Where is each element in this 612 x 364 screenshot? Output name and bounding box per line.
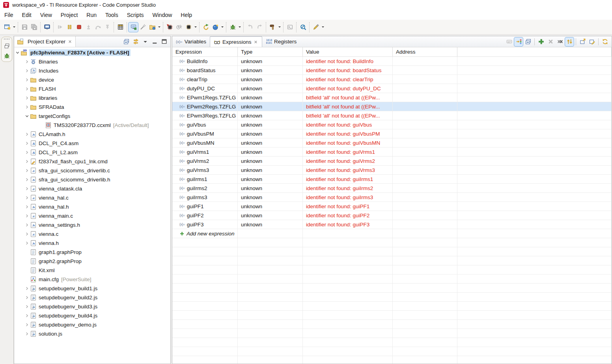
chevron-right-icon[interactable] [24, 231, 30, 237]
tab-registers[interactable]: 10100101Registers [262, 36, 300, 47]
auto-refresh-icon[interactable] [565, 37, 574, 46]
tree-item[interactable]: .hvienna.h [14, 239, 170, 248]
tree-item[interactable]: .cvienna_hal.c [14, 193, 170, 202]
expression-row[interactable]: (x)=EPwm1Regs.TZFLGunknownbitfield 'all'… [172, 93, 612, 102]
tree-item[interactable]: graph1.graphProp [14, 248, 170, 257]
tab-project-explorer[interactable]: Project Explorer [14, 36, 76, 47]
chevron-right-icon[interactable] [24, 104, 30, 110]
chevron-right-icon[interactable] [24, 331, 30, 337]
expression-row[interactable]: (x)=guiIrms2unknownidentifier not found:… [172, 184, 612, 193]
maximize-icon[interactable] [160, 37, 168, 46]
chevron-right-icon[interactable] [24, 168, 30, 174]
menu-help[interactable]: Help [176, 11, 196, 19]
view-menu-icon[interactable] [141, 37, 149, 46]
chevron-right-icon[interactable] [24, 295, 30, 301]
flash-tool-icon[interactable] [311, 22, 321, 32]
tree-item[interactable]: .cvienna_clatask.cla [14, 184, 170, 193]
tab-variables[interactable]: (x)=Variables [172, 36, 210, 47]
chevron-right-icon[interactable] [24, 95, 30, 101]
menu-scripts[interactable]: Scripts [123, 11, 148, 19]
auto-connect-icon[interactable] [138, 22, 147, 32]
tree-item[interactable]: .jssetupdebugenv_build2.js [14, 293, 170, 302]
close-icon[interactable] [253, 39, 258, 45]
expression-row[interactable]: (x)=guiVbusPMunknownidentifier not found… [172, 129, 612, 138]
chevron-right-icon[interactable] [24, 195, 30, 201]
expression-row[interactable]: (x)=dutyPU_DCunknownidentifier not found… [172, 84, 612, 93]
chevron-right-icon[interactable] [24, 159, 30, 165]
tree-item[interactable]: graph2.graphProp [14, 257, 170, 266]
chevron-right-icon[interactable] [24, 131, 30, 138]
expression-row[interactable]: (x)=guiPF1unknownidentifier not found: g… [172, 202, 612, 211]
flash-tool-dropdown-icon[interactable] [321, 22, 325, 32]
tree-item[interactable]: Kit.xml [14, 266, 170, 275]
chevron-right-icon[interactable] [24, 213, 30, 219]
tree-item[interactable]: .csfra_gui_scicomms_driverlib.c [14, 166, 170, 175]
on-chip-flash-dropdown-icon[interactable] [193, 22, 198, 32]
tree-item-project-root[interactable]: RTSCpfc3phvienna_F2837x [Active - FLASH] [14, 48, 170, 57]
edit-watch-expression-icon[interactable] [588, 37, 596, 46]
chevron-right-icon[interactable] [24, 204, 30, 210]
expression-row[interactable]: (x)=guiIrms3unknownidentifier not found:… [172, 193, 612, 202]
column-header-type[interactable]: Type [238, 47, 303, 56]
tree-item[interactable]: .cvienna.c [14, 230, 170, 239]
tab-expressions[interactable]: Expressions [210, 36, 263, 47]
search-icon[interactable] [298, 22, 308, 32]
tree-item[interactable]: f2837xd_flash_cpu1_lnk.cmd [14, 157, 170, 166]
chevron-right-icon[interactable] [24, 186, 30, 192]
verify-flash-icon[interactable] [174, 22, 184, 32]
remove-expression-icon[interactable] [546, 37, 555, 46]
column-header-value[interactable]: Value [303, 47, 393, 56]
chevron-right-icon[interactable] [24, 59, 30, 65]
link-with-editor-icon[interactable] [131, 37, 140, 46]
tree-item[interactable]: .SDCL_PI_C4.asm [14, 139, 170, 148]
resume-icon[interactable] [55, 22, 65, 32]
chevron-right-icon[interactable] [24, 286, 30, 292]
debug-dropdown-icon[interactable] [237, 22, 242, 32]
build-icon[interactable] [268, 22, 277, 32]
suspend-icon[interactable] [65, 22, 74, 32]
debug-icon[interactable] [228, 22, 237, 32]
add-expression-row[interactable]: Add new expression [172, 229, 612, 238]
menu-view[interactable]: View [36, 11, 56, 19]
restore-view-icon[interactable] [3, 42, 11, 50]
debug-fastview-icon[interactable] [3, 52, 11, 60]
tree-item[interactable]: .jssetupdebugenv_demo.js [14, 320, 170, 329]
column-header-expression[interactable]: Expression [172, 47, 238, 56]
show-type-names-icon[interactable] [505, 37, 513, 46]
step-forward-icon[interactable] [255, 22, 264, 32]
chevron-down-icon[interactable] [14, 50, 21, 56]
debug-console-icon[interactable] [42, 22, 52, 32]
chevron-right-icon[interactable] [24, 68, 30, 74]
tree-item[interactable]: libraries [14, 93, 170, 103]
expression-row[interactable]: (x)=guiVbusunknownidentifier not found: … [172, 120, 612, 129]
column-header-address[interactable]: Address [393, 47, 457, 56]
menu-tools[interactable]: Tools [101, 11, 123, 19]
tree-item[interactable]: .jssolution.js [14, 329, 170, 338]
step-back-icon[interactable] [245, 22, 255, 32]
tree-item[interactable]: .hvienna_hal.h [14, 202, 170, 211]
view-registers-icon[interactable] [116, 22, 125, 32]
expression-row[interactable]: (x)=clearTripunknownidentifier not found… [172, 75, 612, 84]
expression-row[interactable]: (x)=guiIrms1unknownidentifier not found:… [172, 175, 612, 184]
expression-row[interactable]: (x)=guiVrms2unknownidentifier not found:… [172, 157, 612, 166]
step-over-icon[interactable] [93, 22, 103, 32]
chevron-right-icon[interactable] [24, 86, 30, 92]
menu-edit[interactable]: Edit [18, 11, 36, 19]
tree-item[interactable]: .jssetupdebugenv_build1.js [14, 284, 170, 293]
close-icon[interactable] [67, 39, 73, 44]
menu-window[interactable]: Window [148, 11, 177, 19]
chevron-right-icon[interactable] [24, 240, 30, 246]
debug-project-icon[interactable] [147, 22, 157, 32]
expression-row[interactable]: (x)=boardStatusunknownidentifier not fou… [172, 66, 612, 75]
expression-row[interactable]: (x)=guiVrms3unknownidentifier not found:… [172, 166, 612, 175]
chevron-right-icon[interactable] [24, 140, 30, 147]
menu-project[interactable]: Project [56, 11, 82, 19]
expression-row[interactable]: (x)=guiVbusMNunknownidentifier not found… [172, 138, 612, 147]
connect-target-icon[interactable] [129, 22, 138, 32]
tree-item[interactable]: SFRAData [14, 103, 170, 112]
tree-item[interactable]: .hsfra_gui_scicomms_driverlib.h [14, 175, 170, 184]
chevron-right-icon[interactable] [24, 313, 30, 319]
tree-item[interactable]: .SDCL_PI_L2.asm [14, 148, 170, 157]
tree-item[interactable]: FLASH [14, 84, 170, 93]
new-wizard-icon[interactable] [2, 22, 12, 32]
